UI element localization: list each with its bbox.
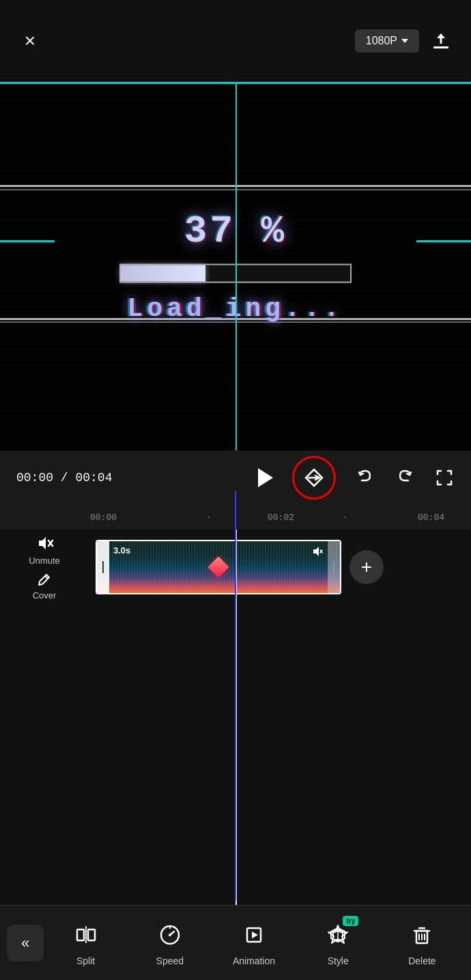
right-handle-icon (331, 560, 337, 574)
bottom-toolbar: « Split Speed (0, 905, 471, 980)
header: × 1080P (0, 0, 471, 82)
svg-marker-2 (437, 33, 445, 38)
svg-marker-22 (252, 932, 258, 938)
unmute-button[interactable]: Unmute (29, 534, 60, 566)
unmute-label: Unmute (29, 556, 60, 566)
track-controls: Unmute Cover (0, 534, 89, 601)
mute-icon (311, 545, 324, 558)
collapse-button[interactable]: « (7, 925, 44, 962)
speed-icon (158, 923, 182, 947)
redo-button[interactable] (395, 467, 415, 488)
close-button[interactable]: × (16, 27, 44, 55)
fullscreen-button[interactable] (434, 467, 455, 488)
add-track-button[interactable]: + (349, 550, 384, 584)
time-total: 00:04 (75, 471, 112, 485)
timeline-area: Unmute Cover (0, 530, 471, 905)
delete-icon-wrap (407, 920, 437, 950)
svg-rect-0 (433, 46, 448, 48)
toolbar-speed[interactable]: Speed (128, 920, 212, 966)
time-separator: / (53, 471, 75, 485)
toolbar-delete[interactable]: Delete (380, 920, 464, 966)
pencil-icon (36, 571, 53, 588)
split-icon-wrap (71, 920, 101, 950)
fullscreen-icon (434, 467, 455, 488)
speed-icon-wrap (155, 920, 185, 950)
ruler-dot-1: · (206, 513, 212, 523)
clip-handle-right[interactable] (328, 541, 340, 593)
cover-button[interactable]: Cover (33, 571, 57, 601)
undo-button[interactable] (355, 467, 375, 488)
style-icon (326, 923, 350, 947)
svg-rect-15 (88, 929, 95, 940)
ruler-mark-0: 00:00 (90, 513, 117, 523)
track-content: 3.0s + (89, 540, 471, 594)
ruler-mark-2: 00:04 (418, 513, 444, 523)
controls-bar: 00:00 / 00:04 (0, 450, 471, 505)
progress-bar-fill (121, 265, 205, 282)
toolbar-style[interactable]: try Style (296, 920, 380, 966)
export-icon (431, 31, 451, 51)
resolution-button[interactable]: 1080P (355, 29, 419, 53)
play-button[interactable] (258, 468, 273, 487)
toolbar-split[interactable]: Split (44, 920, 128, 966)
preview-area: 37 % Load_ing... (0, 82, 471, 450)
split-icon (74, 923, 98, 947)
video-clip[interactable]: 3.0s (96, 540, 341, 594)
delete-label: Delete (408, 955, 436, 966)
redo-icon (395, 467, 415, 488)
svg-rect-14 (77, 929, 84, 940)
export-button[interactable] (427, 27, 455, 55)
ruler-dot-2: · (343, 513, 348, 523)
style-label: Style (328, 955, 349, 966)
left-handle-icon (100, 560, 106, 574)
time-current: 00:00 (16, 471, 53, 485)
clip-mute-icon (311, 545, 324, 560)
animation-icon (242, 923, 266, 947)
clip-duration: 3.0s (113, 545, 130, 556)
delete-icon (410, 923, 434, 947)
close-icon: × (25, 31, 35, 51)
controls-buttons (258, 456, 455, 500)
speaker-icon (35, 534, 54, 553)
transition-icon (303, 467, 325, 489)
cyan-accent-right (416, 240, 471, 242)
transition-button[interactable] (292, 456, 336, 500)
speed-label: Speed (156, 955, 184, 966)
chevron-down-icon (401, 39, 408, 43)
svg-point-20 (169, 934, 171, 936)
svg-marker-5 (39, 537, 46, 549)
track-row: Unmute Cover (0, 530, 471, 605)
animation-icon-wrap (239, 920, 269, 950)
style-icon-wrap: try (323, 920, 353, 950)
double-chevron-left-icon: « (21, 934, 29, 952)
play-icon (258, 468, 273, 487)
svg-marker-11 (313, 547, 319, 556)
clip-handle-left[interactable] (97, 541, 109, 593)
cyan-accent-left (0, 240, 55, 242)
cover-label: Cover (33, 590, 57, 601)
resolution-label: 1080P (366, 35, 397, 47)
try-badge: try (343, 916, 358, 926)
ruler-mark-1: 00:02 (268, 513, 294, 523)
header-right: 1080P (355, 27, 455, 55)
animation-label: Animation (233, 955, 275, 966)
timeline-ruler: 00:00 · 00:02 · 00:04 (0, 505, 471, 530)
toolbar-animation[interactable]: Animation (212, 920, 296, 966)
split-label: Split (76, 955, 95, 966)
undo-icon (355, 467, 375, 488)
preview-playhead (235, 82, 237, 450)
time-display: 00:00 / 00:04 (16, 471, 258, 485)
